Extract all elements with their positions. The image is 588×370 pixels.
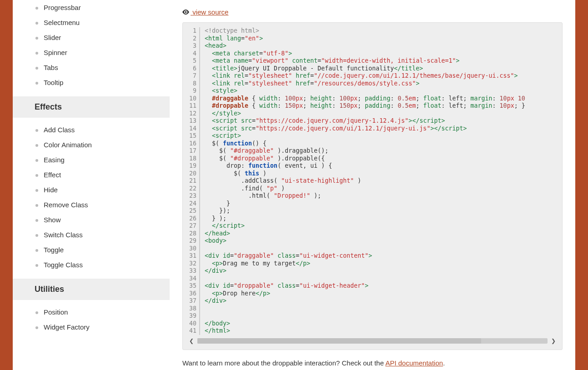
footer-suffix: . [443, 359, 445, 367]
sidebar-section-effects: Effects [13, 96, 170, 118]
sidebar-item-widget-factory[interactable]: Widget Factory [13, 320, 170, 335]
source-code[interactable]: <!doctype html><html lang="en"><head> <m… [200, 27, 562, 335]
sidebar-item-toggle-class[interactable]: Toggle Class [13, 257, 170, 272]
scroll-track[interactable] [197, 338, 548, 344]
sidebar-item-spinner[interactable]: Spinner [13, 45, 170, 60]
eye-icon [182, 8, 190, 16]
footer-prefix: Want to learn more about the droppable i… [182, 359, 385, 367]
sidebar-item-tabs[interactable]: Tabs [13, 60, 170, 75]
sidebar-item-selectmenu[interactable]: Selectmenu [13, 15, 170, 30]
sidebar-effects-list: Add ClassColor AnimationEasingEffectHide… [13, 122, 170, 272]
sidebar-item-slider[interactable]: Slider [13, 30, 170, 45]
view-source-label: view source [192, 8, 228, 16]
sidebar-widgets-list: ProgressbarSelectmenuSliderSpinnerTabsTo… [13, 0, 170, 90]
sidebar-item-remove-class[interactable]: Remove Class [13, 197, 170, 212]
sidebar-item-hide[interactable]: Hide [13, 182, 170, 197]
main-content: view source 1234567891011121314151617181… [170, 0, 575, 370]
sidebar-item-easing[interactable]: Easing [13, 152, 170, 167]
sidebar-item-switch-class[interactable]: Switch Class [13, 227, 170, 242]
sidebar-item-tooltip[interactable]: Tooltip [13, 75, 170, 90]
footer-text: Want to learn more about the droppable i… [182, 350, 563, 370]
sidebar-item-show[interactable]: Show [13, 212, 170, 227]
horizontal-scrollbar[interactable]: ❮ ❯ [187, 337, 558, 345]
sidebar-item-effect[interactable]: Effect [13, 167, 170, 182]
sidebar-item-progressbar[interactable]: Progressbar [13, 0, 170, 15]
source-code-block: 1234567891011121314151617181920212223242… [182, 22, 563, 350]
sidebar-section-utilities: Utilities [13, 279, 170, 300]
sidebar-item-color-animation[interactable]: Color Animation [13, 137, 170, 152]
sidebar-item-position[interactable]: Position [13, 305, 170, 320]
sidebar: ProgressbarSelectmenuSliderSpinnerTabsTo… [13, 0, 170, 370]
scroll-left-icon[interactable]: ❮ [187, 337, 196, 345]
sidebar-utilities-list: PositionWidget Factory [13, 305, 170, 335]
line-number-gutter: 1234567891011121314151617181920212223242… [183, 27, 200, 335]
api-documentation-link[interactable]: API documentation [385, 359, 443, 367]
sidebar-item-add-class[interactable]: Add Class [13, 122, 170, 137]
view-source-link[interactable]: view source [182, 0, 228, 22]
sidebar-item-toggle[interactable]: Toggle [13, 242, 170, 257]
scroll-right-icon[interactable]: ❯ [549, 337, 558, 345]
scroll-thumb[interactable] [197, 338, 481, 344]
